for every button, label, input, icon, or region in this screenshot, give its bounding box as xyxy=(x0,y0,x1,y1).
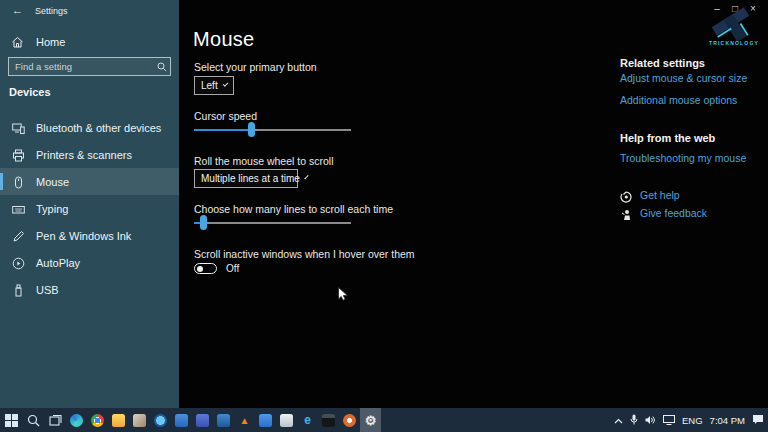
search-box[interactable] xyxy=(8,57,171,76)
taskbar-icon-edge[interactable] xyxy=(66,408,87,432)
sidebar-item-home[interactable]: Home xyxy=(0,32,179,54)
sidebar-item-label: Pen & Windows Ink xyxy=(36,230,131,242)
sidebar-item-mouse[interactable]: Mouse xyxy=(0,168,179,195)
give-feedback-icon xyxy=(620,207,632,219)
keyboard-icon xyxy=(12,202,25,215)
taskbar-icon-internet-explorer[interactable]: e xyxy=(297,408,318,432)
chevron-down-icon xyxy=(304,175,308,179)
mouse-pointer-icon xyxy=(338,287,349,305)
sidebar-item-printers[interactable]: Printers & scanners xyxy=(0,141,179,168)
taskbar-icon-movies-tv[interactable] xyxy=(192,408,213,432)
taskbar-icon-file-explorer[interactable] xyxy=(108,408,129,432)
taskbar-apps: ▲e⚙ xyxy=(66,408,381,432)
cursor-speed-label: Cursor speed xyxy=(194,110,257,122)
sidebar-item-typing[interactable]: Typing xyxy=(0,195,179,222)
additional-mouse-options-link[interactable]: Additional mouse options xyxy=(620,94,737,106)
toggle-knob xyxy=(197,266,203,272)
give-feedback-link[interactable]: Give feedback xyxy=(640,207,707,219)
sidebar-item-label: USB xyxy=(36,284,59,296)
slider-track xyxy=(194,222,351,224)
wheel-scroll-label: Roll the mouse wheel to scroll xyxy=(194,155,333,167)
sidebar-item-pen[interactable]: Pen & Windows Ink xyxy=(0,222,179,249)
taskbar-icon-cmd[interactable] xyxy=(318,408,339,432)
taskbar-icon-mail[interactable] xyxy=(171,408,192,432)
primary-button-dropdown[interactable]: Left xyxy=(194,76,234,95)
taskbar-search-icon[interactable] xyxy=(22,408,44,432)
cursor-speed-slider[interactable] xyxy=(194,122,351,137)
back-icon[interactable]: ← xyxy=(12,4,23,16)
taskbar-icon-vlc[interactable]: ▲ xyxy=(234,408,255,432)
usb-icon xyxy=(12,283,25,296)
sidebar-item-label: Typing xyxy=(36,203,68,215)
notification-center-icon[interactable] xyxy=(752,411,764,429)
taskbar-icon-photos[interactable] xyxy=(255,408,276,432)
lines-to-scroll-label: Choose how many lines to scroll each tim… xyxy=(194,203,393,215)
primary-button-label: Select your primary button xyxy=(194,61,317,73)
adjust-mouse-cursor-size-link[interactable]: Adjust mouse & cursor size xyxy=(620,72,747,84)
taskbar-icon-app-beige[interactable] xyxy=(129,408,150,432)
slider-thumb[interactable] xyxy=(248,122,255,137)
help-from-web-heading: Help from the web xyxy=(620,132,715,144)
search-icon[interactable] xyxy=(154,62,170,72)
sidebar-item-bluetooth[interactable]: Bluetooth & other devices xyxy=(0,114,179,141)
home-icon xyxy=(11,35,24,53)
settings-main-panel: – □ × TRICKNOLOGY Mouse Select your prim… xyxy=(179,0,768,408)
tray-chevron-up-icon[interactable] xyxy=(614,411,623,429)
sidebar-item-label: Mouse xyxy=(36,176,69,188)
inactive-scroll-toggle[interactable] xyxy=(194,263,217,274)
home-label: Home xyxy=(36,36,65,48)
selection-accent-bar xyxy=(0,173,3,190)
sidebar-section-label: Devices xyxy=(9,86,51,98)
inactive-scroll-label: Scroll inactive windows when I hover ove… xyxy=(194,248,415,260)
sidebar-item-usb[interactable]: USB xyxy=(0,276,179,303)
search-input[interactable] xyxy=(9,58,154,75)
chevron-down-icon xyxy=(222,81,228,87)
mouse-icon xyxy=(12,175,25,188)
taskbar-icon-settings-gear[interactable]: ⚙ xyxy=(360,408,381,432)
taskbar-icon-chrome[interactable] xyxy=(87,408,108,432)
wheel-scroll-dropdown[interactable]: Multiple lines at a time xyxy=(194,169,298,188)
tricknology-brand-text: TRICKNOLOGY xyxy=(703,40,765,46)
settings-sidebar: ← Settings Home Devices Bluetooth & othe… xyxy=(0,0,179,408)
slider-fill xyxy=(194,129,251,131)
sidebar-item-autoplay[interactable]: AutoPlay xyxy=(0,249,179,276)
wheel-scroll-value: Multiple lines at a time xyxy=(201,173,300,184)
get-help-link[interactable]: Get help xyxy=(640,189,680,201)
taskbar: ▲e⚙ ENG 7:04 PM xyxy=(0,408,768,432)
sidebar-item-label: AutoPlay xyxy=(36,257,80,269)
printer-icon xyxy=(12,148,25,161)
pen-icon xyxy=(12,229,25,242)
taskbar-icon-skype[interactable] xyxy=(150,408,171,432)
clock[interactable]: 7:04 PM xyxy=(710,415,745,426)
related-settings-heading: Related settings xyxy=(620,57,705,69)
lines-to-scroll-slider[interactable] xyxy=(194,215,351,230)
taskbar-icon-powershell[interactable] xyxy=(213,408,234,432)
toggle-state-label: Off xyxy=(226,263,239,274)
page-title: Mouse xyxy=(193,28,255,51)
sidebar-item-label: Bluetooth & other devices xyxy=(36,122,161,134)
window-title: Settings xyxy=(35,6,68,16)
sidebar-item-label: Printers & scanners xyxy=(36,149,132,161)
slider-thumb[interactable] xyxy=(200,215,207,230)
taskbar-icon-app-orange[interactable] xyxy=(339,408,360,432)
language-indicator[interactable]: ENG xyxy=(682,415,703,426)
screen: ← Settings Home Devices Bluetooth & othe… xyxy=(0,0,768,432)
microphone-icon[interactable] xyxy=(630,411,638,429)
troubleshooting-mouse-link[interactable]: Troubleshooting my mouse xyxy=(620,152,746,164)
devices-icon xyxy=(12,121,25,134)
speaker-icon[interactable] xyxy=(645,411,656,429)
autoplay-icon xyxy=(12,256,25,269)
sidebar-nav: Bluetooth & other devices Printers & sca… xyxy=(0,114,179,303)
network-icon[interactable] xyxy=(663,411,675,429)
get-help-icon xyxy=(620,189,632,201)
taskbar-icon-notepad[interactable] xyxy=(276,408,297,432)
titlebar-left: ← Settings xyxy=(0,0,179,26)
primary-button-value: Left xyxy=(201,80,218,91)
task-view-icon[interactable] xyxy=(44,408,66,432)
start-button[interactable] xyxy=(0,408,22,432)
system-tray: ENG 7:04 PM xyxy=(614,408,764,432)
